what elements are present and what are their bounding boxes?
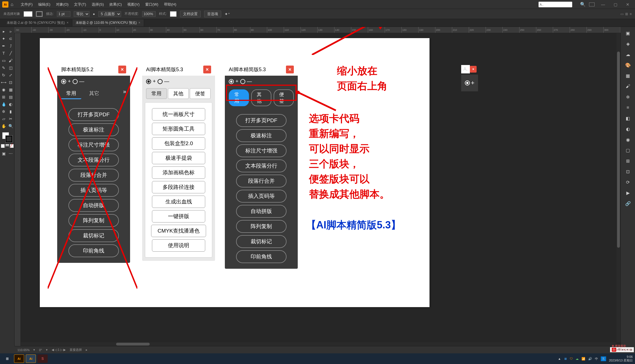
vertical-scrollbar[interactable] xyxy=(616,33,620,342)
menu-view[interactable]: 视图(V) xyxy=(124,2,142,7)
radio-unchecked-icon[interactable] xyxy=(240,79,245,84)
line-tool[interactable]: ╱ xyxy=(7,50,14,57)
doc-setup-button[interactable]: 文档设置 xyxy=(180,11,201,17)
script-button[interactable]: 印前角线 xyxy=(68,244,119,257)
artboard-nav[interactable]: ◀ ◁ 1 ▷ ▶ xyxy=(52,348,66,352)
color-swatches[interactable] xyxy=(2,132,12,142)
tray-monitor-icon[interactable]: 🖥 xyxy=(564,357,567,360)
eyedropper-tool[interactable]: 💧 xyxy=(0,101,7,108)
artboard-tool[interactable]: ▱ xyxy=(0,115,7,122)
tab-close-icon[interactable]: × xyxy=(138,21,140,25)
tab-common[interactable]: 常用 xyxy=(229,89,249,106)
pathfinder-icon[interactable]: ⊡ xyxy=(624,168,632,175)
tab-notes[interactable]: 便签 xyxy=(190,88,211,99)
hand-tool[interactable]: ✋ xyxy=(0,123,7,129)
lasso-tool[interactable]: ⊂ xyxy=(7,35,14,42)
stroke-width-input[interactable] xyxy=(57,11,70,17)
gradient-icon[interactable]: ◧ xyxy=(624,114,632,122)
color-mode-icon[interactable] xyxy=(1,144,5,148)
scale-tool[interactable]: ⤢ xyxy=(7,72,14,78)
libraries-icon[interactable]: ☁ xyxy=(624,50,632,58)
color-icon[interactable]: 🎨 xyxy=(624,61,632,69)
magic-wand-tool[interactable]: ✦ xyxy=(0,35,7,42)
script-button[interactable]: 极速手提袋 xyxy=(152,152,205,164)
script-button[interactable]: 段落行合并 xyxy=(236,175,287,187)
actions-icon[interactable]: ▶ xyxy=(624,189,632,197)
graph-tool[interactable]: ▮ xyxy=(7,108,14,115)
tab-other[interactable]: 其他 xyxy=(168,88,189,99)
rotate-tool[interactable]: ↻ xyxy=(0,72,7,78)
brush-tool[interactable]: 🖌 xyxy=(7,57,14,64)
brush-indicator[interactable]: ● xyxy=(93,12,95,16)
tab-other[interactable]: 其它 xyxy=(84,88,104,99)
tab-notes[interactable]: 便签 xyxy=(274,89,294,106)
script-button[interactable]: 标注尺寸增强 xyxy=(68,138,119,151)
canvas[interactable]: -50-40-30-20-100102030405060708090100110… xyxy=(15,27,620,346)
menu-help[interactable]: 帮助(H) xyxy=(161,2,179,7)
script-button[interactable]: 极速标注 xyxy=(68,123,119,136)
script-button[interactable]: 自动拼版 xyxy=(68,199,119,212)
tab-close-icon[interactable]: × xyxy=(67,21,69,25)
script-button[interactable]: 段落行合并 xyxy=(68,169,119,182)
script-button[interactable]: 包装盒型2.0 xyxy=(152,137,205,150)
home-icon[interactable]: ⌂ xyxy=(11,2,13,7)
taskbar-ai-2[interactable]: Ai xyxy=(26,354,36,363)
menu-object[interactable]: 对象(O) xyxy=(53,2,71,7)
start-button[interactable]: ⊞ xyxy=(2,354,12,363)
script-button[interactable]: 自动拼版 xyxy=(236,205,287,218)
menu-type[interactable]: 文字(T) xyxy=(71,2,89,7)
radio-unchecked-icon[interactable] xyxy=(73,79,78,84)
script-button[interactable]: 插入页码等 xyxy=(236,190,287,203)
tab-common[interactable]: 常用 xyxy=(61,88,81,99)
links-icon[interactable]: 🔗 xyxy=(624,200,632,207)
zoom-tool[interactable]: 🔍 xyxy=(7,123,14,129)
type-tool[interactable]: T xyxy=(0,50,7,57)
chevron-right-icon[interactable]: » xyxy=(123,88,126,99)
script-button[interactable]: 插入页码等 xyxy=(68,184,119,197)
mini-expand-button[interactable]: + xyxy=(461,75,478,91)
free-transform-tool[interactable]: ⊡ xyxy=(7,79,14,86)
minimize-button[interactable]: — xyxy=(598,1,608,8)
script-button[interactable]: 矩形圆角工具 xyxy=(152,123,205,135)
width-tool[interactable]: ⟷ xyxy=(0,79,7,86)
script-button[interactable]: 文本段落分行 xyxy=(68,154,119,166)
script-button[interactable]: 阵列复制 xyxy=(236,220,287,233)
script-button[interactable]: 一键拼版 xyxy=(152,210,205,222)
script-button[interactable]: CMYK查找潘通色 xyxy=(151,225,206,237)
pen-tool[interactable]: ✒ xyxy=(0,43,7,49)
doc-tab-2[interactable]: 未标题-2 @ 110.65 % (CMYK/CPU 预览)× xyxy=(72,19,144,26)
menu-file[interactable]: 文件(F) xyxy=(18,2,36,7)
script-button[interactable]: 文本段落分行 xyxy=(236,159,287,172)
menu-select[interactable]: 选择(S) xyxy=(89,2,107,7)
taskbar-ai-1[interactable]: Ai xyxy=(14,354,24,363)
gradient-tool[interactable]: ▤ xyxy=(7,94,14,100)
rectangle-tool[interactable]: ▭ xyxy=(0,57,7,64)
curvature-tool[interactable]: ⤴ xyxy=(7,43,14,49)
close-icon[interactable]: × xyxy=(470,66,477,73)
blend-tool[interactable]: ◐ xyxy=(7,101,14,108)
align-icon[interactable]: ▭ xyxy=(620,12,624,16)
script-button[interactable]: 标注尺寸增强 xyxy=(236,144,287,157)
panel-icon[interactable]: ⊞ xyxy=(625,12,628,16)
script-button[interactable]: 打开多页PDF xyxy=(68,108,119,121)
script-button[interactable]: 统一画板尺寸 xyxy=(152,108,205,120)
radio-unchecked-icon[interactable] xyxy=(158,79,163,84)
fill-swatch[interactable] xyxy=(24,11,33,17)
none-mode-icon[interactable]: ╱ xyxy=(10,144,14,148)
stroke-swatch[interactable] xyxy=(36,11,43,17)
script-button[interactable]: 极速标注 xyxy=(236,129,287,142)
workspace-switcher[interactable] xyxy=(589,3,595,6)
docked-mini-panel[interactable]: A.. xyxy=(539,2,572,7)
zoom-level[interactable]: 110.65% xyxy=(17,348,29,352)
uniform-select[interactable]: 等比 xyxy=(74,11,89,17)
swatches-icon[interactable]: ▦ xyxy=(624,72,632,80)
menu-window[interactable]: 窗口(W) xyxy=(142,2,161,7)
search-icon[interactable]: 🔍 xyxy=(580,2,586,7)
properties-icon[interactable]: ▣ xyxy=(624,29,632,37)
perspective-tool[interactable]: ▦ xyxy=(7,86,14,93)
tab-other[interactable]: 其他 xyxy=(251,89,271,106)
script-button[interactable]: 裁切标记 xyxy=(236,235,287,248)
shaper-tool[interactable]: ✎ xyxy=(0,64,7,71)
script-button[interactable]: 打开多页PDF xyxy=(236,114,287,127)
tray-volume-icon[interactable]: 🔊 xyxy=(588,357,592,361)
